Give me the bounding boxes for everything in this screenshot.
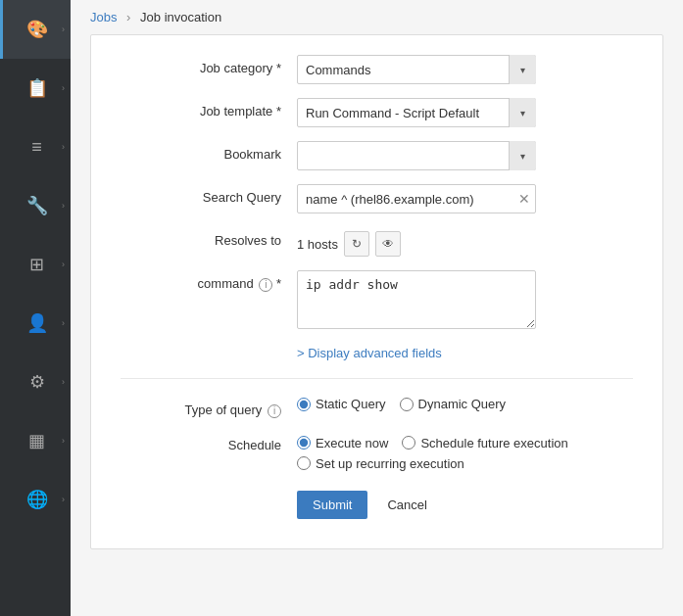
schedule-label: Schedule bbox=[121, 432, 297, 452]
chevron-icon: › bbox=[62, 83, 65, 93]
submit-row: Submit Cancel bbox=[297, 491, 633, 519]
type-of-query-label: Type of query i bbox=[121, 397, 297, 418]
execute-now-radio[interactable] bbox=[297, 436, 311, 450]
sidebar-item-globe[interactable]: 🌐 › bbox=[0, 470, 71, 529]
breadcrumb-separator: › bbox=[126, 10, 130, 24]
sidebar: 🎨 › 📋 › ≡ › 🔧 › ⊞ › 👤 › ⚙ › ▦ › 🌐 › bbox=[0, 0, 71, 616]
command-textarea[interactable]: ip addr show bbox=[297, 270, 536, 329]
resolves-to-control: 1 hosts ↻ 👁 bbox=[297, 227, 633, 257]
type-of-query-control: Static Query Dynamic Query bbox=[297, 397, 633, 411]
chevron-icon: › bbox=[62, 201, 65, 211]
command-required: * bbox=[276, 276, 281, 291]
job-category-label: Job category * bbox=[121, 55, 297, 75]
schedule-first-row: Execute now Schedule future execution bbox=[297, 436, 633, 450]
schedule-future-label: Schedule future execution bbox=[420, 436, 567, 450]
bookmark-control: ▾ bbox=[297, 141, 633, 170]
user-icon: 👤 bbox=[26, 312, 48, 334]
sidebar-item-grid[interactable]: ⊞ › bbox=[0, 235, 71, 294]
settings-icon: ⚙ bbox=[29, 371, 45, 393]
preview-button[interactable]: 👁 bbox=[375, 231, 401, 257]
recurring-label: Set up recurring execution bbox=[316, 456, 464, 471]
job-template-label: Job template * bbox=[121, 98, 297, 118]
dynamic-query-radio[interactable] bbox=[400, 398, 414, 411]
dynamic-query-option[interactable]: Dynamic Query bbox=[400, 397, 507, 411]
schedule-row: Schedule Execute now Schedule future exe… bbox=[121, 432, 633, 471]
table-icon: ▦ bbox=[28, 430, 45, 451]
schedule-radio-group: Execute now Schedule future execution Se… bbox=[297, 432, 633, 471]
execute-now-label: Execute now bbox=[316, 436, 388, 450]
type-of-query-row: Type of query i Static Query Dynamic Que… bbox=[121, 397, 633, 418]
advanced-fields-link[interactable]: > Display advanced fields bbox=[297, 346, 633, 360]
chevron-icon: › bbox=[62, 495, 65, 504]
job-template-select[interactable]: Run Command - Script Default bbox=[297, 98, 536, 127]
bookmark-select[interactable] bbox=[297, 141, 536, 170]
chevron-icon: › bbox=[62, 142, 65, 152]
sidebar-item-settings[interactable]: ⚙ › bbox=[0, 353, 71, 411]
breadcrumb-current: Job invocation bbox=[140, 10, 221, 24]
resolves-to-row: Resolves to 1 hosts ↻ 👁 bbox=[121, 227, 633, 257]
chevron-icon: › bbox=[62, 377, 65, 387]
type-of-query-info-icon[interactable]: i bbox=[268, 404, 281, 418]
command-row: command i * ip addr show bbox=[121, 270, 633, 332]
job-template-select-wrapper: Run Command - Script Default ▾ bbox=[297, 98, 536, 127]
refresh-button[interactable]: ↻ bbox=[344, 231, 369, 257]
form-card: Job category * Commands ▾ Job template *… bbox=[90, 34, 663, 549]
cancel-button[interactable]: Cancel bbox=[377, 491, 436, 519]
static-query-option[interactable]: Static Query bbox=[297, 397, 386, 411]
clear-search-button[interactable]: ✕ bbox=[518, 192, 530, 206]
static-query-label: Static Query bbox=[316, 397, 386, 411]
section-divider bbox=[121, 378, 633, 379]
globe-icon: 🌐 bbox=[26, 489, 48, 510]
bookmark-select-wrapper: ▾ bbox=[297, 141, 536, 170]
chevron-icon: › bbox=[62, 318, 65, 328]
job-template-control: Run Command - Script Default ▾ bbox=[297, 98, 633, 127]
breadcrumb-parent[interactable]: Jobs bbox=[90, 10, 117, 24]
command-info-icon[interactable]: i bbox=[259, 278, 272, 292]
dashboard-icon: 🎨 bbox=[26, 19, 48, 40]
sidebar-item-list[interactable]: ≡ › bbox=[0, 118, 71, 176]
schedule-second-row: Set up recurring execution bbox=[297, 456, 633, 471]
search-query-control: ✕ bbox=[297, 184, 633, 213]
chevron-icon: › bbox=[62, 436, 65, 446]
search-query-input[interactable] bbox=[297, 184, 536, 213]
sidebar-item-user[interactable]: 👤 › bbox=[0, 294, 71, 353]
job-category-control: Commands ▾ bbox=[297, 55, 633, 84]
submit-button[interactable]: Submit bbox=[297, 491, 367, 519]
schedule-control: Execute now Schedule future execution Se… bbox=[297, 432, 633, 471]
chevron-icon: › bbox=[62, 260, 65, 269]
static-query-radio[interactable] bbox=[297, 398, 311, 411]
resolves-count: 1 hosts bbox=[297, 237, 338, 252]
recurring-radio[interactable] bbox=[297, 456, 311, 470]
query-type-radio-group: Static Query Dynamic Query bbox=[297, 397, 633, 411]
sidebar-item-table[interactable]: ▦ › bbox=[0, 411, 71, 470]
bookmark-row: Bookmark ▾ bbox=[121, 141, 633, 170]
main-content: Jobs › Job invocation Job category * Com… bbox=[71, 0, 683, 616]
command-label: command i * bbox=[121, 270, 297, 292]
tools-icon: 🔧 bbox=[26, 195, 48, 216]
command-control: ip addr show bbox=[297, 270, 633, 332]
list-icon: ≡ bbox=[31, 137, 42, 158]
chevron-icon: › bbox=[62, 24, 65, 34]
schedule-future-option[interactable]: Schedule future execution bbox=[402, 436, 567, 450]
schedule-future-radio[interactable] bbox=[402, 436, 415, 450]
dynamic-query-label: Dynamic Query bbox=[418, 397, 507, 411]
resolves-to-label: Resolves to bbox=[121, 227, 297, 248]
sidebar-item-tools[interactable]: 🔧 › bbox=[0, 176, 71, 235]
job-category-select[interactable]: Commands bbox=[297, 55, 536, 84]
grid-icon: ⊞ bbox=[29, 254, 44, 275]
sidebar-item-content[interactable]: 📋 › bbox=[0, 59, 71, 118]
job-category-row: Job category * Commands ▾ bbox=[121, 55, 633, 84]
search-input-wrap: ✕ bbox=[297, 184, 536, 213]
recurring-option[interactable]: Set up recurring execution bbox=[297, 456, 464, 471]
resolves-row: 1 hosts ↻ 👁 bbox=[297, 227, 633, 257]
sidebar-item-dashboard[interactable]: 🎨 › bbox=[0, 0, 71, 59]
job-category-select-wrapper: Commands ▾ bbox=[297, 55, 536, 84]
job-template-row: Job template * Run Command - Script Defa… bbox=[121, 98, 633, 127]
execute-now-option[interactable]: Execute now bbox=[297, 436, 388, 450]
search-query-row: Search Query ✕ bbox=[121, 184, 633, 213]
bookmark-label: Bookmark bbox=[121, 141, 297, 162]
search-query-label: Search Query bbox=[121, 184, 297, 205]
breadcrumb: Jobs › Job invocation bbox=[71, 0, 683, 34]
content-icon: 📋 bbox=[26, 77, 48, 99]
